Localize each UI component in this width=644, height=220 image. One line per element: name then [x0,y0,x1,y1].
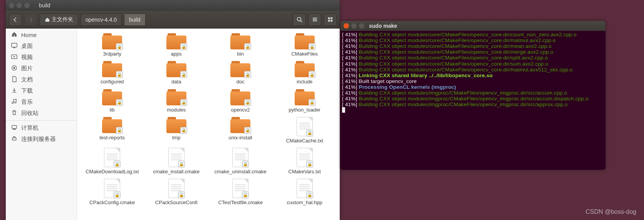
folder-item[interactable]: 🔒modules [145,89,208,113]
file-item[interactable]: 🔒CTestTestfile.cmake [209,179,272,206]
folder-icon: 🔒 [166,61,186,77]
file-icon: 🔒 [297,117,313,136]
folder-item[interactable]: 🔒CMakeFiles [273,33,336,57]
svg-rect-2 [312,19,317,20]
search-button[interactable] [293,14,306,26]
window-minimize-icon[interactable] [351,23,357,29]
sidebar-item-computer[interactable]: 计算机 [6,122,77,134]
file-item[interactable]: 🔒cmake_uninstall.cmake [209,148,272,175]
lock-icon: 🔒 [244,127,251,134]
folder-item[interactable]: 🔒3rdparty [81,33,144,57]
back-button[interactable] [9,14,22,26]
folder-item[interactable]: 🔒configured [81,61,144,85]
lock-icon: 🔒 [306,130,313,137]
folder-item[interactable]: 🔒lib [81,89,144,113]
terminal-window: sudo make [ 41%] Building CXX object mod… [340,21,605,170]
sidebar-item-downloads[interactable]: 下载 [6,85,77,96]
item-label: tmp [172,135,181,141]
folder-item[interactable]: 🔒unix-install [209,117,272,144]
network-icon [11,135,17,143]
file-item[interactable]: 🔒CMakeVars.txt [273,148,336,175]
fm-titlebar[interactable]: build [6,0,340,11]
lock-icon: 🔒 [244,99,251,106]
lock-icon: 🔒 [309,99,315,106]
fm-toolbar: 主文件夹 opencv-4.4.0 build [6,11,340,29]
terminal-titlebar[interactable]: sudo make [340,21,605,31]
item-label: bin [237,51,244,57]
video-icon [11,54,17,61]
folder-icon: 🔒 [230,89,250,105]
sidebar-item-label: 下载 [21,87,33,95]
file-icon: 🔒 [232,179,248,198]
breadcrumb-label: 主文件夹 [52,16,73,23]
folder-icon: 🔒 [295,61,315,77]
item-label: CMakeDownloadLog.txt [86,169,139,175]
grid-icon [327,17,333,22]
file-item[interactable]: 🔒CMakeCache.txt [273,117,336,144]
sidebar-item-label: 图片 [21,65,33,72]
folder-item[interactable]: 🔒include [273,61,336,85]
item-label: opencv2 [231,107,250,113]
window-maximize-icon[interactable] [24,3,30,8]
folder-item[interactable]: 🔒bin [209,33,272,57]
lock-icon: 🔒 [306,191,313,198]
breadcrumb-label: build [129,17,141,23]
grid-view-button[interactable] [324,14,337,26]
breadcrumb-home[interactable]: 主文件夹 [40,14,78,26]
sidebar-item-home[interactable]: Home [6,29,77,41]
lock-icon: 🔒 [309,71,315,78]
item-label: configured [101,79,124,85]
folder-item[interactable]: 🔒apps [145,33,208,57]
sidebar-item-trash[interactable]: 回收站 [6,108,77,119]
sidebar-item-documents[interactable]: 文档 [6,74,77,85]
sidebar-item-pictures[interactable]: 图片 [6,63,77,74]
window-close-icon[interactable] [344,23,349,29]
lock-icon: 🔒 [180,127,187,134]
sidebar-item-label: 回收站 [21,110,39,117]
folder-item[interactable]: 🔒test-reports [81,117,144,144]
item-label: include [297,79,312,85]
breadcrumb-build[interactable]: build [124,14,146,26]
folder-item[interactable]: 🔒opencv2 [209,89,272,113]
item-label: cmake_install.cmake [153,169,200,175]
file-item[interactable]: 🔒CMakeDownloadLog.txt [81,148,144,175]
file-item[interactable]: 🔒custom_hal.hpp [273,179,336,206]
item-label: unix-install [229,135,252,141]
sidebar-item-music[interactable]: 音乐 [6,96,77,108]
folder-icon: 🔒 [295,33,315,49]
content-area[interactable]: 🔒3rdparty🔒apps🔒bin🔒CMakeFiles🔒configured… [77,29,340,220]
music-icon [11,98,17,106]
file-item[interactable]: 🔒cmake_install.cmake [145,148,208,175]
sidebar-item-network[interactable]: 连接到服务器 [6,134,77,145]
item-label: apps [171,51,182,57]
window-maximize-icon[interactable] [359,23,364,29]
sidebar: Home桌面视频图片文档下载音乐回收站 计算机连接到服务器 [6,29,77,220]
folder-item[interactable]: 🔒data [145,61,208,85]
folder-item[interactable]: 🔒doc [209,61,272,85]
sidebar-item-video[interactable]: 视频 [6,52,77,63]
forward-button[interactable] [24,14,37,26]
breadcrumb-opencv[interactable]: opencv-4.4.0 [80,14,122,26]
svg-rect-5 [330,17,332,19]
item-label: CMakeCache.txt [286,138,323,144]
folder-item[interactable]: 🔒python_loader [273,89,336,113]
window-close-icon[interactable] [9,3,14,8]
svg-rect-3 [312,20,317,21]
svg-rect-15 [12,138,16,140]
file-item[interactable]: 🔒CPackSourceConfi [145,179,208,206]
lock-icon: 🔒 [116,43,123,50]
svg-point-12 [13,67,15,69]
search-icon [297,17,302,22]
desktop-icon [11,42,17,50]
pictures-icon [11,65,17,72]
folder-icon: 🔒 [102,117,122,133]
terminal-output[interactable]: [ 41%] Building CXX object modules/core/… [340,31,605,115]
lock-icon: 🔒 [180,99,187,106]
file-item[interactable]: 🔒CPackConfig.cmake [81,179,144,206]
folder-item[interactable]: 🔒tmp [145,117,208,144]
window-minimize-icon[interactable] [17,3,22,8]
sidebar-item-desktop[interactable]: 桌面 [6,41,77,52]
cursor [342,107,345,113]
folder-icon: 🔒 [166,117,186,133]
list-view-button[interactable] [308,14,321,26]
